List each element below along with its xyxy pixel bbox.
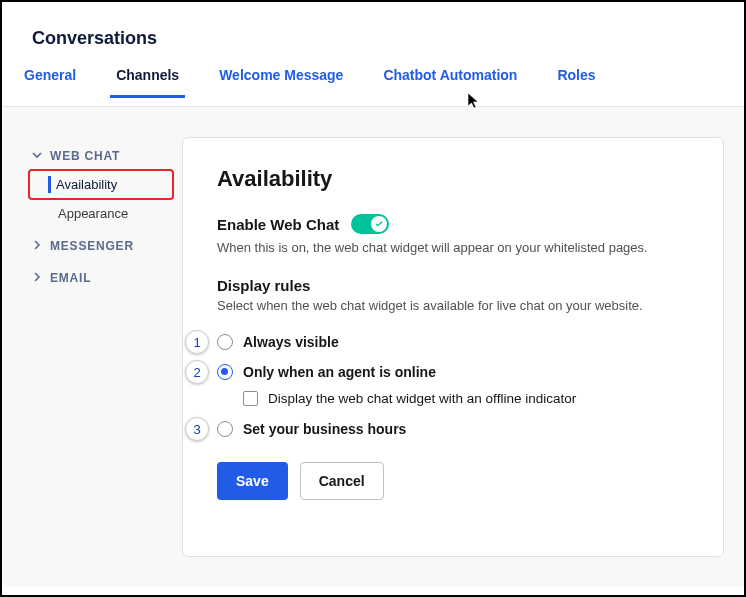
sub-option-offline-indicator[interactable]: Display the web chat widget with an offl…	[217, 387, 689, 414]
display-rules-heading: Display rules	[217, 277, 689, 294]
cancel-button[interactable]: Cancel	[300, 462, 384, 500]
settings-panel: Availability Enable Web Chat When this i…	[182, 137, 724, 557]
option-label: Always visible	[243, 334, 339, 350]
tab-chatbot-automation[interactable]: Chatbot Automation	[383, 67, 517, 97]
option-label: Set your business hours	[243, 421, 406, 437]
enable-web-chat-label: Enable Web Chat	[217, 216, 339, 233]
tab-welcome-message[interactable]: Welcome Message	[219, 67, 343, 97]
radio-icon[interactable]	[217, 421, 233, 437]
step-badge-1: 1	[185, 330, 209, 354]
radio-icon[interactable]	[217, 364, 233, 380]
sidebar-group-web-chat[interactable]: WEB CHAT	[32, 145, 182, 167]
enable-web-chat-toggle[interactable]	[351, 214, 389, 234]
tab-general[interactable]: General	[24, 67, 76, 97]
checkbox-icon[interactable]	[243, 391, 258, 406]
step-badge-3: 3	[185, 417, 209, 441]
page-title: Conversations	[2, 2, 744, 67]
option-agent-online[interactable]: 2 Only when an agent is online	[217, 357, 689, 387]
radio-icon[interactable]	[217, 334, 233, 350]
tab-channels[interactable]: Channels	[116, 67, 179, 97]
enable-web-chat-description: When this is on, the web chat widget wil…	[217, 240, 689, 255]
option-business-hours[interactable]: 3 Set your business hours	[217, 414, 689, 444]
chevron-right-icon	[32, 240, 44, 252]
chevron-right-icon	[32, 272, 44, 284]
sidebar-item-availability[interactable]: Availability	[30, 173, 168, 196]
tabs: General Channels Welcome Message Chatbot…	[2, 67, 744, 107]
display-rules-description: Select when the web chat widget is avail…	[217, 298, 689, 313]
sidebar-group-label: EMAIL	[50, 271, 91, 285]
tab-roles[interactable]: Roles	[557, 67, 595, 97]
step-badge-2: 2	[185, 360, 209, 384]
sub-option-label: Display the web chat widget with an offl…	[268, 391, 576, 406]
option-always-visible[interactable]: 1 Always visible	[217, 327, 689, 357]
highlight-annotation: Availability	[28, 169, 174, 200]
save-button[interactable]: Save	[217, 462, 288, 500]
sidebar-group-label: WEB CHAT	[50, 149, 120, 163]
sidebar: WEB CHAT Availability Appearance MESSENG…	[2, 137, 182, 557]
panel-title: Availability	[217, 166, 689, 192]
sidebar-item-appearance[interactable]: Appearance	[32, 202, 182, 225]
sidebar-item-label: Availability	[56, 177, 117, 192]
sidebar-group-messenger[interactable]: MESSENGER	[32, 235, 182, 257]
option-label: Only when an agent is online	[243, 364, 436, 380]
sidebar-item-label: Appearance	[58, 206, 128, 221]
sidebar-group-label: MESSENGER	[50, 239, 134, 253]
chevron-down-icon	[32, 150, 44, 162]
sidebar-group-email[interactable]: EMAIL	[32, 267, 182, 289]
